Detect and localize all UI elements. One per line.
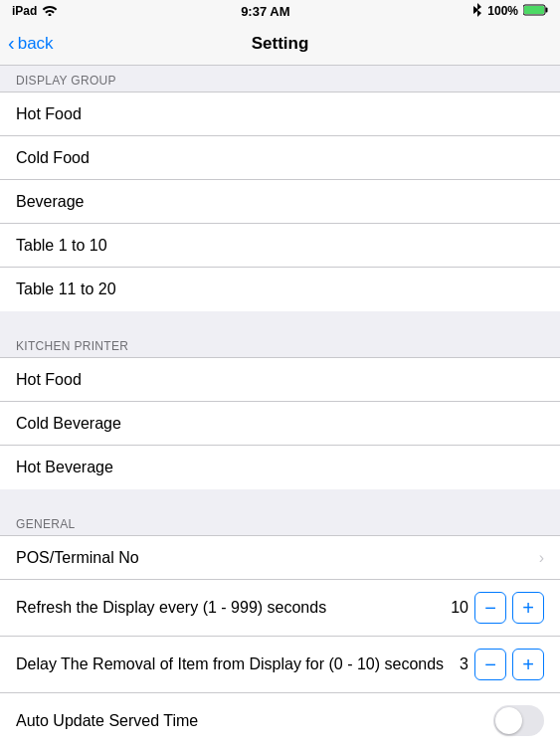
pos-terminal-row[interactable]: POS/Terminal No › [0,536,560,580]
delay-value: 3 [449,655,468,673]
status-bar: iPad 9:37 AM 100% [0,0,560,22]
list-item[interactable]: Hot Food [0,358,560,402]
item-label: Cold Food [16,149,544,167]
list-item[interactable]: Hot Beverage [0,446,560,489]
general-section: GENERAL POS/Terminal No › Refresh the Di… [0,509,560,746]
item-label: Table 1 to 10 [16,237,544,255]
back-button[interactable]: ‹ back [8,34,54,54]
list-item[interactable]: Cold Beverage [0,402,560,446]
status-left: iPad [12,4,58,19]
bluetooth-icon [472,3,482,20]
general-header: GENERAL [0,509,560,536]
item-label: Hot Food [16,371,544,389]
display-group-header: DISPLAY GROUP [0,66,560,93]
refresh-minus-button[interactable]: − [474,592,506,624]
item-label: Beverage [16,193,544,211]
delay-stepper: 3 − + [449,649,544,680]
delay-removal-label: Delay The Removal of Item from Display f… [16,655,449,673]
wifi-icon [42,4,58,19]
item-label: Hot Food [16,105,544,123]
refresh-plus-button[interactable]: + [512,592,544,624]
kitchen-printer-header: KITCHEN PRINTER [0,331,560,358]
page-title: Setting [252,34,309,54]
item-label: Cold Beverage [16,415,544,433]
item-label: Table 11 to 20 [16,280,544,298]
delay-minus-button[interactable]: − [474,649,506,680]
general-list: POS/Terminal No › Refresh the Display ev… [0,536,560,746]
delay-removal-row: Delay The Removal of Item from Display f… [0,637,560,693]
status-right: 100% [472,3,548,20]
svg-rect-2 [524,6,544,14]
chevron-icon: › [539,549,544,567]
auto-update-toggle[interactable] [493,705,544,736]
refresh-display-label: Refresh the Display every (1 - 999) seco… [16,599,449,617]
list-item[interactable]: Beverage [0,180,560,224]
display-group-section: DISPLAY GROUP Hot Food Cold Food Beverag… [0,66,560,311]
refresh-value: 10 [449,599,468,617]
kitchen-printer-section: KITCHEN PRINTER Hot Food Cold Beverage H… [0,331,560,489]
auto-update-row: Auto Update Served Time [0,693,560,746]
auto-update-label: Auto Update Served Time [16,712,493,730]
back-chevron-icon: ‹ [8,33,15,53]
list-item[interactable]: Table 1 to 10 [0,224,560,268]
item-label: Hot Beverage [16,459,544,476]
svg-rect-1 [545,7,547,12]
kitchen-printer-list: Hot Food Cold Beverage Hot Beverage [0,358,560,489]
minus-icon: − [484,598,496,618]
delay-plus-button[interactable]: + [512,649,544,680]
nav-bar: ‹ back Setting [0,22,560,66]
refresh-stepper: 10 − + [449,592,544,624]
battery-label: 100% [487,4,518,18]
minus-icon: − [484,654,496,674]
toggle-thumb [495,707,522,734]
list-item[interactable]: Cold Food [0,136,560,180]
time-label: 9:37 AM [241,4,289,19]
plus-icon: + [522,598,534,618]
display-group-list: Hot Food Cold Food Beverage Table 1 to 1… [0,93,560,311]
back-label: back [18,34,54,54]
refresh-display-row: Refresh the Display every (1 - 999) seco… [0,580,560,637]
list-item[interactable]: Hot Food [0,93,560,136]
carrier-label: iPad [12,4,37,18]
content-area: DISPLAY GROUP Hot Food Cold Food Beverag… [0,66,560,746]
plus-icon: + [522,654,534,674]
battery-icon [523,4,548,19]
pos-terminal-label: POS/Terminal No [16,549,539,567]
list-item[interactable]: Table 11 to 20 [0,268,560,311]
